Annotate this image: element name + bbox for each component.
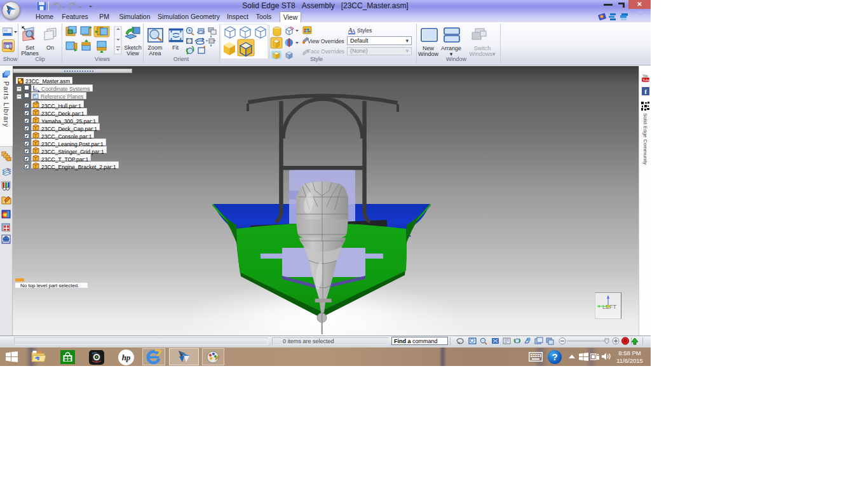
svg-text:You: You xyxy=(642,74,648,78)
svg-text:Tube: Tube xyxy=(642,78,649,82)
